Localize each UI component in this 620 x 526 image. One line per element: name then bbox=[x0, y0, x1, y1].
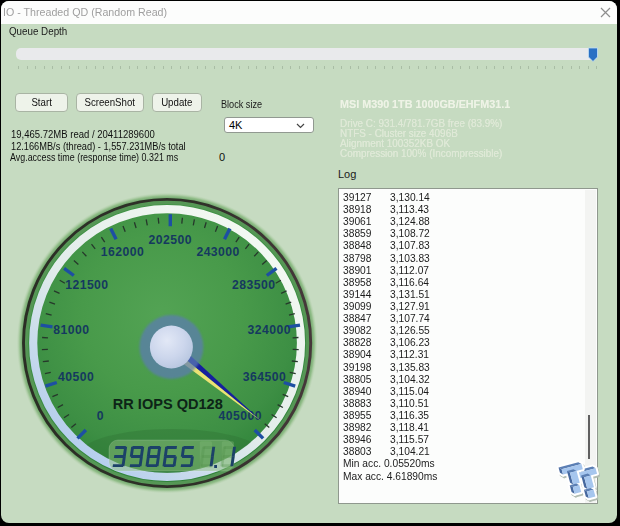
svg-text:121500: 121500 bbox=[65, 278, 108, 292]
svg-text:0: 0 bbox=[97, 409, 104, 423]
svg-text:324000: 324000 bbox=[248, 323, 291, 337]
svg-text:283500: 283500 bbox=[232, 278, 275, 292]
svg-text:364500: 364500 bbox=[243, 370, 286, 384]
svg-text:81000: 81000 bbox=[53, 323, 89, 337]
svg-text:RR IOPS QD128: RR IOPS QD128 bbox=[113, 396, 223, 412]
svg-text:162000: 162000 bbox=[101, 245, 144, 259]
svg-text:202500: 202500 bbox=[149, 233, 192, 247]
svg-text:243000: 243000 bbox=[196, 245, 239, 259]
svg-text:40500: 40500 bbox=[58, 370, 94, 384]
